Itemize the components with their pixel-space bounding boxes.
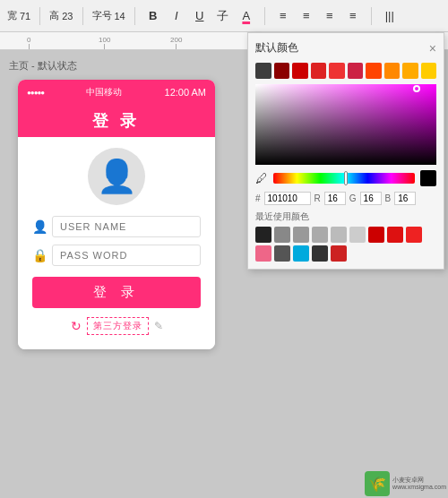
recent-swatch-14[interactable] [331,245,347,262]
phone-title: 登 录 [92,110,140,132]
eyedropper-icon[interactable]: 🖊 [255,171,268,185]
swatch-bright-red[interactable] [311,63,327,79]
hex-input[interactable] [264,192,311,205]
black-swatch[interactable] [420,170,436,186]
ruler-mark-100: 100 [99,36,110,49]
swatch-lighter-red[interactable] [329,63,345,79]
login-button[interactable]: 登 录 [32,277,201,308]
edit-icon[interactable]: ✎ [154,320,163,332]
swatch-red[interactable] [292,63,308,79]
underline-button[interactable]: U [191,7,209,25]
height-field: 高 23 [49,9,73,22]
recent-swatch-7[interactable] [368,227,384,243]
swatch-red-pink[interactable] [348,63,364,79]
phone-body: 👤 👤 🔒 登 录 ↻ 第三方登录 ✎ [18,137,215,349]
separator-1 [39,7,40,25]
swatch-dark-gray[interactable] [255,63,271,79]
more-options-button[interactable]: ||| [381,7,399,25]
align-justify-button[interactable]: ≡ [344,7,362,25]
close-button[interactable]: × [429,41,436,56]
hue-row: 🖊 [255,170,436,186]
watermark-site-name: 小麦安卓网 [392,477,446,484]
phone-status-bar: ●●●●● 中国移动 12:00 AM [18,80,215,105]
g-input[interactable] [360,192,382,205]
user-icon: 👤 [32,219,47,234]
phone-mockup: ●●●●● 中国移动 12:00 AM 登 录 👤 👤 [18,80,215,349]
height-label: 高 [49,9,59,22]
font-label: 字号 [92,9,112,22]
swatch-dark-red[interactable] [274,63,290,79]
width-value: 71 [20,11,30,21]
watermark-icon: 🌾 [365,471,390,496]
recent-swatch-9[interactable] [406,227,422,243]
separator-4 [264,7,265,25]
third-party-button[interactable]: 第三方登录 [87,317,149,335]
color-picker-panel: 默认颜色 × 🖊 # R G B 最近使用颜色 [247,32,444,270]
font-value: 14 [115,11,125,21]
swatch-amber[interactable] [402,63,418,79]
align-left-button[interactable]: ≡ [274,7,292,25]
password-row: 🔒 [32,245,201,266]
recent-colors-section: 最近使用颜色 [255,210,436,262]
separator-3 [134,7,135,25]
recent-swatch-10[interactable] [255,245,271,262]
panel-title: 默认颜色 [255,40,298,56]
ruler-label-0: 0 [27,36,30,44]
gradient-picker[interactable] [255,84,436,165]
separator-5 [371,7,372,25]
password-input[interactable] [52,245,201,266]
font-size-field: 字号 14 [92,9,125,22]
carrier-name: 中国移动 [86,86,122,99]
recent-swatch-12[interactable] [293,245,309,262]
avatar-icon: 👤 [97,158,137,195]
swatch-orange-red[interactable] [366,63,382,79]
ruler-label-200: 200 [170,36,182,44]
swatch-orange[interactable] [384,63,401,79]
width-label: 宽 [7,9,17,22]
recent-row-1 [255,227,436,243]
hue-bar[interactable] [273,173,415,184]
recent-swatch-3[interactable] [293,227,309,243]
ruler-tick-0 [29,44,30,49]
italic-button[interactable]: I [168,7,185,25]
bold-button[interactable]: B [144,7,162,25]
canvas-area: 主页 - 默认状态 ●●●●● 中国移动 12:00 AM 登 录 👤 👤 [0,50,233,498]
strikethrough-button[interactable]: 子 [214,7,232,25]
top-swatches [255,63,436,79]
third-party-row: ↻ 第三方登录 ✎ [71,317,163,335]
recent-label: 最近使用颜色 [255,210,436,223]
recent-swatch-5[interactable] [331,227,347,243]
swatch-yellow[interactable] [421,63,437,79]
watermark: 🌾 小麦安卓网 www.xmsigma.com [365,471,446,496]
align-center-button[interactable]: ≡ [297,7,315,25]
ruler-tick-200 [176,44,177,49]
separator-2 [82,7,83,25]
recent-swatch-13[interactable] [312,245,328,262]
signal-dots: ●●●●● [27,89,44,97]
username-row: 👤 [32,216,201,237]
ruler-mark-200: 200 [170,36,182,49]
recent-row-2 [255,245,436,262]
recent-swatch-8[interactable] [387,227,403,243]
refresh-icon[interactable]: ↻ [71,319,82,333]
b-label: B [385,193,392,203]
recent-swatch-6[interactable] [349,227,366,243]
watermark-url: www.xmsigma.com [392,484,446,491]
hex-symbol: # [255,193,261,203]
r-input[interactable] [324,192,346,205]
recent-swatch-4[interactable] [312,227,328,243]
username-input[interactable] [52,216,201,237]
recent-swatch-11[interactable] [274,245,290,262]
b-input[interactable] [394,192,416,205]
ruler-label-100: 100 [99,36,110,44]
recent-swatch-1[interactable] [255,227,271,243]
align-right-button[interactable]: ≡ [321,7,339,25]
ruler-mark-0: 0 [27,36,30,49]
recent-swatch-2[interactable] [274,227,290,243]
lock-icon: 🔒 [32,248,47,262]
ruler-tick-100 [104,44,105,49]
font-color-button[interactable]: A [237,7,255,25]
panel-header: 默认颜色 × [255,40,436,56]
wheat-emoji: 🌾 [368,476,386,493]
width-field: 宽 71 [7,9,30,22]
